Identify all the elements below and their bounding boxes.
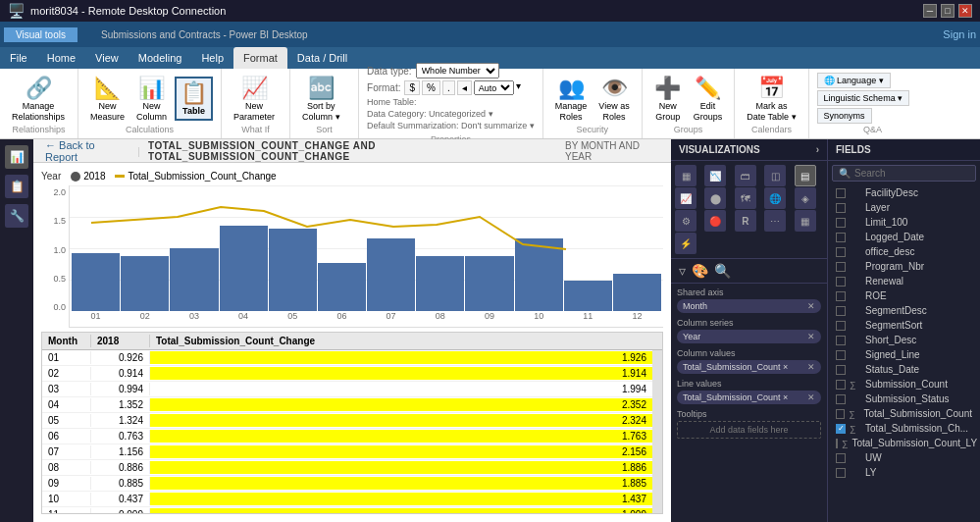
viz-icon-0[interactable]: ▦	[675, 165, 696, 186]
view-as-roles-button[interactable]: 👁️ View asRoles	[594, 74, 633, 125]
shared-axis-remove[interactable]: ✕	[807, 301, 815, 311]
sidebar-model-icon[interactable]: 🔧	[5, 204, 28, 228]
field-item[interactable]: ROE	[828, 288, 980, 303]
field-checkbox	[836, 439, 838, 448]
field-label: Total_Submission_Ch...	[865, 423, 968, 434]
format-row: Format: $ % . ◂ Auto ▾	[367, 80, 535, 95]
percent-btn[interactable]: %	[422, 80, 440, 95]
comma-btn[interactable]: .	[442, 80, 455, 95]
new-column-button[interactable]: 📊 NewColumn	[132, 74, 171, 125]
viz-icon-7[interactable]: 🗺	[735, 187, 756, 209]
viz-icon-3[interactable]: ◫	[764, 165, 786, 186]
maximize-button[interactable]: □	[941, 4, 954, 18]
viz-icon-13[interactable]: ⋯	[764, 210, 786, 232]
field-item[interactable]: Limit_100	[828, 215, 980, 230]
manage-relationships-button[interactable]: 🔗 ManageRelationships	[8, 74, 69, 125]
visual-tools-tab[interactable]: Visual tools	[4, 27, 77, 42]
synonyms-button[interactable]: Synonyms	[817, 108, 872, 124]
field-item[interactable]: Layer	[828, 200, 980, 215]
sort-group-label: Sort	[298, 125, 350, 134]
field-item[interactable]: Renewal	[828, 274, 980, 288]
mark-as-date-table-button[interactable]: 📅 Mark asDate Table ▾	[743, 74, 799, 125]
table-row: 11 0.009 1.009	[42, 507, 652, 513]
tab-file[interactable]: File	[0, 47, 37, 69]
field-checkbox	[836, 409, 845, 419]
field-item[interactable]: LY	[828, 465, 980, 480]
manage-roles-button[interactable]: 👥 ManageRoles	[551, 74, 592, 125]
column-values-remove[interactable]: ✕	[807, 362, 815, 372]
viz-icon-6[interactable]: ⬤	[704, 187, 726, 209]
field-item[interactable]: Status_Date	[828, 362, 980, 377]
sidebar-data-icon[interactable]: 📋	[5, 175, 28, 198]
search-icon: 🔍	[839, 168, 851, 179]
line-overlay	[70, 185, 663, 311]
new-table-button[interactable]: 📋 Table	[175, 77, 213, 121]
currency-btn[interactable]: $	[404, 80, 420, 95]
tab-help[interactable]: Help	[191, 47, 233, 69]
viz-icon-12[interactable]: R	[735, 210, 756, 232]
viz-tool-filter[interactable]: ▿	[679, 263, 686, 279]
data-type-select[interactable]: Whole Number	[416, 63, 499, 78]
field-item[interactable]: ∑ Total_Submission_Count_LY	[828, 436, 980, 450]
field-item[interactable]: Signed_Line	[828, 347, 980, 362]
field-checkbox	[836, 350, 846, 360]
fields-list: FacilityDesc Layer Limit_100 Logged_Date…	[828, 185, 980, 522]
close-button[interactable]: ✕	[958, 4, 972, 18]
viz-icon-8[interactable]: 🌐	[764, 187, 786, 209]
field-icon: ∑	[850, 424, 861, 434]
field-item[interactable]: SegmentDesc	[828, 303, 980, 318]
back-to-report-button[interactable]: ← Back to Report	[41, 139, 129, 163]
tab-modeling[interactable]: Modeling	[129, 47, 192, 69]
tab-format[interactable]: Format	[233, 47, 287, 69]
left-sidebar: 📊 📋 🔧	[0, 139, 33, 522]
field-label: Total_Submission_Count	[863, 408, 972, 419]
field-item[interactable]: office_desc	[828, 244, 980, 259]
viz-tool-analytics[interactable]: 🔍	[714, 263, 731, 279]
sort-by-column-button[interactable]: 🔤 Sort byColumn ▾	[298, 74, 344, 125]
tab-home[interactable]: Home	[37, 47, 85, 69]
viz-icon-1[interactable]: 📉	[704, 165, 726, 186]
line-values-remove[interactable]: ✕	[807, 392, 815, 402]
viz-icon-15[interactable]: ⚡	[675, 233, 696, 254]
sidebar-report-icon[interactable]: 📊	[5, 145, 28, 169]
new-measure-button[interactable]: 📐 NewMeasure	[86, 74, 129, 125]
minimize-button[interactable]: ─	[923, 4, 937, 18]
field-item[interactable]: ✓ ∑ Total_Submission_Ch...	[828, 421, 980, 436]
viz-icon-4[interactable]: ▤	[795, 165, 816, 186]
field-item[interactable]: SegmentSort	[828, 318, 980, 333]
field-label: UW	[865, 452, 882, 463]
field-item[interactable]: Logged_Date	[828, 230, 980, 244]
fields-search-input[interactable]	[854, 168, 969, 179]
new-group-button[interactable]: ➕ NewGroup	[650, 74, 686, 125]
title-bar-controls[interactable]: ─ □ ✕	[923, 4, 972, 18]
decrease-decimal-btn[interactable]: ◂	[457, 80, 472, 95]
viz-icon-14[interactable]: ▦	[795, 210, 816, 232]
chart-container: 2.0 1.5 1.0 0.5 0.0	[41, 185, 663, 328]
edit-groups-button[interactable]: ✏️ EditGroups	[690, 74, 727, 125]
linguistic-schema-button[interactable]: Linguistic Schema ▾	[817, 90, 910, 106]
field-item[interactable]: Submission_Status	[828, 392, 980, 406]
column-series-remove[interactable]: ✕	[807, 332, 815, 341]
viz-icon-9[interactable]: ◈	[795, 187, 816, 209]
field-label: Logged_Date	[865, 232, 924, 242]
viz-icon-2[interactable]: 🗃	[735, 165, 756, 186]
viz-icon-10[interactable]: ⚙	[675, 210, 696, 232]
table-scrollbar[interactable]	[652, 350, 662, 513]
tab-view[interactable]: View	[85, 47, 129, 69]
field-item[interactable]: UW	[828, 450, 980, 465]
field-item[interactable]: Program_Nbr	[828, 259, 980, 274]
auto-select[interactable]: Auto	[474, 80, 514, 95]
viz-expand-icon[interactable]: ›	[816, 144, 819, 155]
sign-in-button[interactable]: Sign in	[943, 28, 976, 40]
field-item[interactable]: Short_Desc	[828, 333, 980, 347]
viz-icon-5[interactable]: 📈	[675, 187, 696, 209]
language-button[interactable]: 🌐 Language ▾	[817, 73, 891, 88]
tab-data-drill[interactable]: Data / Drill	[287, 47, 357, 69]
field-icon: ∑	[850, 380, 861, 390]
viz-icon-11[interactable]: 🔴	[704, 210, 726, 232]
field-item[interactable]: ∑ Submission_Count	[828, 377, 980, 392]
field-item[interactable]: ∑ Total_Submission_Count	[828, 406, 980, 421]
viz-tool-format[interactable]: 🎨	[692, 263, 708, 279]
new-parameter-button[interactable]: 📈 NewParameter	[230, 74, 279, 125]
field-item[interactable]: FacilityDesc	[828, 185, 980, 200]
